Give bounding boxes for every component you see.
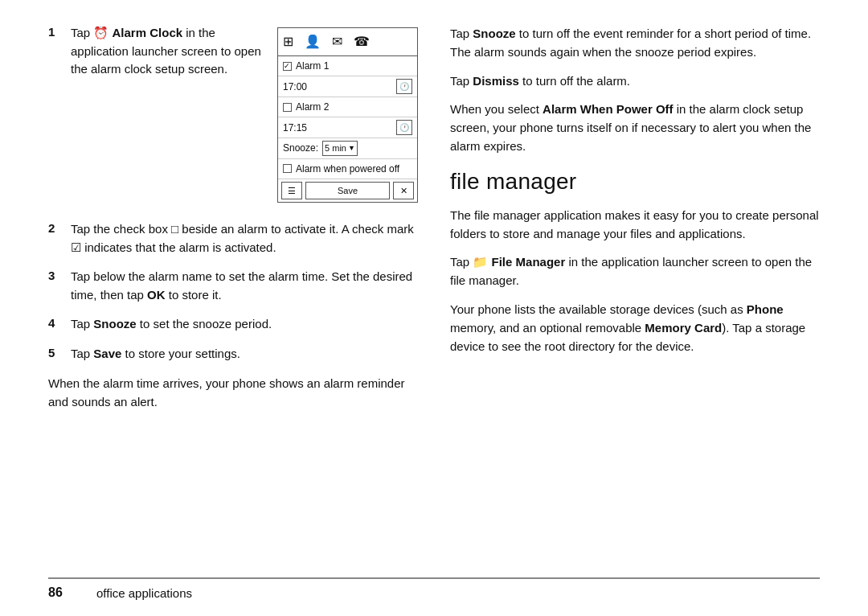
step-1-content: Tap ⏰ Alarm Clock in the application lau… bbox=[71, 24, 418, 209]
screenshot-bottom-row: ☰ Save ✕ bbox=[278, 179, 417, 203]
alarm-2-time-row: 17:15 🕐 bbox=[278, 117, 417, 138]
step-4: 4 Tap Snooze to set the snooze period. bbox=[48, 315, 418, 334]
alarm-2-checkbox bbox=[283, 103, 292, 112]
step-3-number: 3 bbox=[48, 269, 61, 282]
dismiss-para: Tap Dismiss to turn off the alarm. bbox=[450, 72, 820, 90]
step-1-text: Tap ⏰ Alarm Clock in the application lau… bbox=[71, 24, 266, 79]
file-manager-icon: 📁 bbox=[473, 255, 488, 269]
menu-icon-btn: ☰ bbox=[281, 182, 302, 199]
file-manager-title: file manager bbox=[450, 169, 820, 195]
step-5: 5 Tap Save to store your settings. bbox=[48, 345, 418, 363]
step-5-number: 5 bbox=[48, 346, 61, 359]
footer-page-number: 86 bbox=[48, 585, 72, 600]
alarm-powered-off-checkbox bbox=[283, 164, 292, 173]
power-off-para: When you select Alarm When Power Off in … bbox=[450, 100, 820, 156]
footer: 86 office applications bbox=[48, 577, 820, 600]
right-column: Tap Snooze to turn off the event reminde… bbox=[450, 24, 820, 577]
alarm-reminder-para: When the alarm time arrives, your phone … bbox=[48, 374, 418, 412]
alarm-2-row: Alarm 2 bbox=[278, 97, 417, 117]
grid-icon: ⊞ bbox=[283, 32, 293, 51]
step-3-content: Tap below the alarm name to set the alar… bbox=[71, 268, 418, 304]
save-button: Save bbox=[305, 182, 390, 200]
alarm-1-label: Alarm 1 bbox=[296, 59, 329, 73]
alarm-1-row: Alarm 1 bbox=[278, 56, 417, 76]
step-5-content: Tap Save to store your settings. bbox=[71, 345, 418, 363]
snooze-select: 5 min ▼ bbox=[322, 141, 358, 156]
step-4-number: 4 bbox=[48, 316, 61, 330]
alarm-1-time-row: 17:00 🕐 bbox=[278, 76, 417, 97]
save-bold: Save bbox=[93, 347, 121, 360]
file-manager-bold: File Manager bbox=[492, 255, 566, 269]
snooze-bold: Snooze bbox=[93, 317, 136, 331]
ok-bold: OK bbox=[147, 288, 166, 302]
snooze-row: Snooze: 5 min ▼ bbox=[278, 138, 417, 159]
alarm-1-time-btn: 🕐 bbox=[396, 79, 412, 94]
snooze-bold-right: Snooze bbox=[473, 27, 515, 40]
alarm-2-time-btn: 🕐 bbox=[396, 120, 412, 135]
footer-section-label: office applications bbox=[96, 586, 192, 600]
snooze-value: 5 min bbox=[325, 142, 346, 155]
person-icon: 👤 bbox=[305, 32, 321, 51]
alarm-clock-bold: Alarm Clock bbox=[113, 26, 183, 39]
snooze-label: Snooze: bbox=[283, 141, 318, 155]
step-1-inner: Tap ⏰ Alarm Clock in the application lau… bbox=[71, 24, 418, 209]
alarm-screenshot: ⊞ 👤 ✉ ☎ Alarm 1 17:00 bbox=[277, 27, 418, 203]
dismiss-bold: Dismiss bbox=[473, 74, 519, 88]
snooze-para: Tap Snooze to turn off the event reminde… bbox=[450, 24, 820, 62]
dropdown-arrow-icon: ▼ bbox=[348, 143, 355, 154]
memory-card-bold: Memory Card bbox=[645, 321, 722, 335]
envelope-icon: ✉ bbox=[332, 32, 342, 51]
step-2-content: Tap the check box □ beside an alarm to a… bbox=[71, 220, 418, 257]
left-column: 1 Tap ⏰ Alarm Clock in the application l… bbox=[48, 24, 418, 577]
alarm-2-time: 17:15 bbox=[283, 121, 307, 135]
main-content: 1 Tap ⏰ Alarm Clock in the application l… bbox=[48, 24, 820, 577]
step-3: 3 Tap below the alarm name to set the al… bbox=[48, 268, 418, 304]
alarm-clock-icon: ⏰ bbox=[93, 26, 108, 39]
alarm-when-power-off-bold: Alarm When Power Off bbox=[542, 102, 674, 116]
alarm-1-time: 17:00 bbox=[283, 80, 307, 94]
step-1: 1 Tap ⏰ Alarm Clock in the application l… bbox=[48, 24, 418, 209]
storage-para: Your phone lists the available storage d… bbox=[450, 300, 820, 356]
step-1-number: 1 bbox=[48, 25, 61, 39]
step-2: 2 Tap the check box □ beside an alarm to… bbox=[48, 220, 418, 257]
step-2-number: 2 bbox=[48, 221, 61, 235]
screenshot-toolbar: ⊞ 👤 ✉ ☎ bbox=[278, 28, 417, 56]
alarm-2-label: Alarm 2 bbox=[296, 100, 329, 114]
phone-icon: ☎ bbox=[354, 32, 370, 51]
alarm-1-checkbox bbox=[283, 62, 292, 71]
file-manager-intro: The file manager application makes it ea… bbox=[450, 206, 820, 244]
file-manager-tap-para: Tap 📁 File Manager in the application la… bbox=[450, 253, 820, 290]
step-4-content: Tap Snooze to set the snooze period. bbox=[71, 315, 418, 334]
phone-bold: Phone bbox=[747, 302, 784, 316]
alarm-powered-off-row: Alarm when powered off bbox=[278, 159, 417, 179]
alarm-powered-off-label: Alarm when powered off bbox=[296, 162, 399, 176]
page: 1 Tap ⏰ Alarm Clock in the application l… bbox=[0, 0, 868, 616]
close-icon-btn: ✕ bbox=[393, 182, 414, 199]
